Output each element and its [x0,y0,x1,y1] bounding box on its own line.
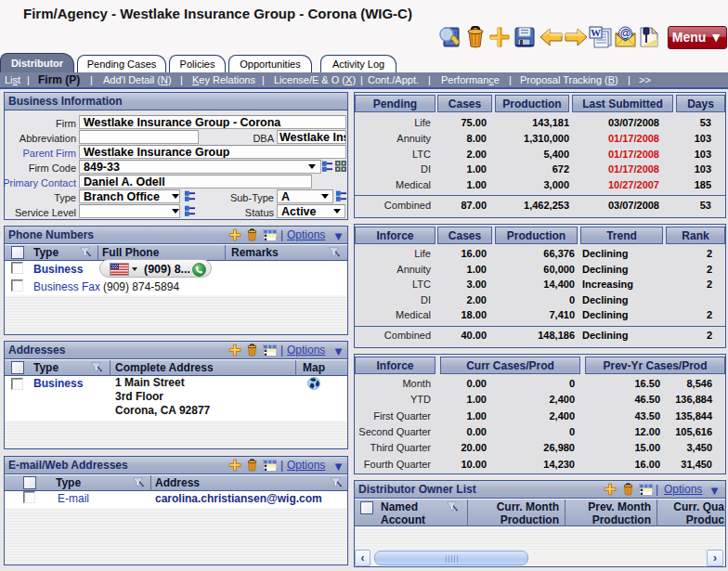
svg-text:@: @ [620,27,631,40]
svg-text:W: W [591,27,601,38]
